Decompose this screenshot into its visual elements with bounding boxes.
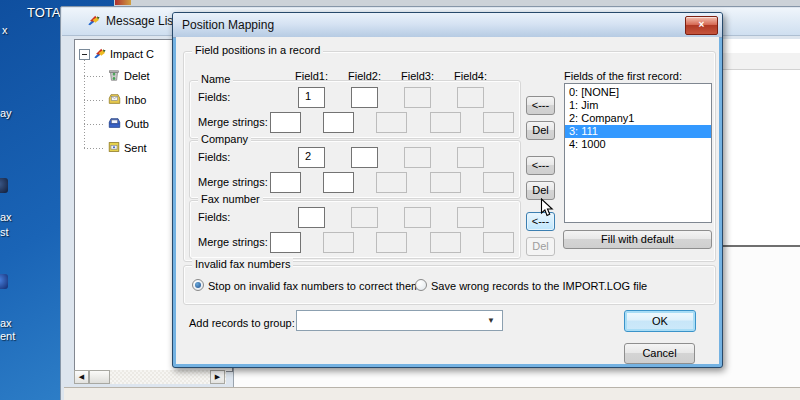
name-row-group: Name Fields: 1 Merge strings: — [189, 80, 521, 139]
row-label: Name — [198, 73, 233, 85]
list-item[interactable]: 4: 1000 — [565, 138, 711, 151]
fields-label: Fields: — [198, 151, 230, 163]
radio-label[interactable]: Save wrong records to the IMPORT.LOG fil… — [431, 280, 647, 292]
radio-stop-on-invalid[interactable] — [192, 279, 204, 291]
close-icon[interactable]: × — [685, 16, 718, 35]
radio-dot-icon — [195, 282, 201, 288]
merge-strings-label: Merge strings: — [198, 116, 268, 128]
dialog-body: Field positions in a record Field1: Fiel… — [176, 37, 719, 364]
chevron-down-icon: ▼ — [487, 316, 495, 325]
row-label: Company — [198, 133, 251, 145]
desktop: TOTAL x ay ax st ax ent Message List — [0, 0, 800, 400]
fields-label: Fields: — [198, 211, 230, 223]
tree-connector — [84, 54, 85, 148]
field-input[interactable] — [351, 87, 378, 108]
merge-input[interactable] — [323, 172, 354, 193]
app-bird-icon — [86, 13, 101, 29]
merge-input — [376, 172, 407, 193]
list-item[interactable]: 0: [NONE] — [565, 86, 711, 99]
field-input[interactable] — [351, 147, 378, 168]
tree-item-inbox[interactable]: Inbo — [107, 92, 146, 108]
first-record-label: Fields of the first record: — [564, 70, 682, 82]
horizontal-scrollbar[interactable]: ◀ ▶ — [74, 370, 226, 384]
merge-input — [430, 112, 461, 133]
fields-label: Fields: — [198, 91, 230, 103]
status-bar — [64, 387, 800, 400]
window-title: Message List — [106, 14, 177, 28]
row-label: Fax number — [198, 193, 263, 205]
field-input[interactable] — [298, 207, 325, 228]
merge-input[interactable] — [270, 172, 301, 193]
delete-field-button[interactable]: Del — [526, 121, 555, 140]
scroll-right-button[interactable]: ▶ — [210, 370, 225, 384]
merge-input — [430, 172, 461, 193]
tree-item-deleted[interactable]: Delet — [107, 68, 150, 84]
dialog-titlebar[interactable]: Position Mapping × — [173, 13, 722, 38]
tree-collapse-toggle[interactable] — [79, 49, 90, 60]
merge-input — [430, 232, 461, 253]
background-window-icon — [115, 0, 131, 5]
field-input[interactable]: 2 — [298, 147, 325, 168]
radio-save-wrong-records[interactable] — [415, 279, 427, 291]
delete-field-button-disabled: Del — [526, 237, 555, 256]
merge-strings-label: Merge strings: — [198, 176, 268, 188]
assign-field-button[interactable]: <--- — [526, 156, 555, 175]
cancel-button[interactable]: Cancel — [624, 343, 695, 364]
recycle-bin-icon — [107, 68, 121, 84]
desktop-icon[interactable] — [0, 274, 8, 289]
group-label: Invalid fax numbers — [192, 258, 293, 270]
fill-with-default-button[interactable]: Fill with default — [563, 230, 712, 249]
company-row-group: Company Fields: 2 Merge strings: — [189, 140, 521, 199]
tree-item-outbox[interactable]: Outb — [107, 116, 149, 132]
tree-root-label: Impact C — [110, 48, 154, 60]
merge-strings-label: Merge strings: — [198, 236, 268, 248]
tree-root-item[interactable]: Impact C — [92, 46, 154, 62]
app-bird-icon — [92, 46, 107, 62]
fax-number-row-group: Fax number Fields: Merge strings: — [189, 200, 521, 259]
minus-icon — [82, 54, 87, 55]
field-input — [404, 87, 431, 108]
desktop-icon[interactable] — [0, 178, 8, 193]
merge-input — [376, 112, 407, 133]
assign-field-button[interactable]: <--- — [526, 96, 555, 115]
merge-input — [483, 112, 514, 133]
merge-input — [323, 232, 354, 253]
merge-input[interactable] — [270, 112, 301, 133]
scrollbar-thumb[interactable] — [89, 370, 110, 384]
add-records-combobox[interactable]: ▼ — [296, 310, 503, 331]
desktop-label-fragment: ay — [0, 107, 12, 119]
tree-item-label: Sent — [124, 142, 147, 154]
desktop-label-fragment: ax — [0, 317, 12, 329]
field-input — [457, 207, 484, 228]
list-item[interactable]: 2: Company1 — [565, 112, 711, 125]
tree-connector — [84, 76, 104, 77]
first-record-listbox[interactable]: 0: [NONE] 1: Jim 2: Company1 3: 111 4: 1… — [564, 83, 712, 223]
add-records-label: Add records to group: — [189, 317, 295, 329]
field-input — [404, 147, 431, 168]
tree-connector — [84, 100, 104, 101]
field-input — [457, 147, 484, 168]
field-input[interactable]: 1 — [298, 87, 325, 108]
desktop-label-fragment: ax — [0, 211, 12, 223]
group-label: Field positions in a record — [192, 44, 323, 56]
tree-item-label: Delet — [124, 70, 150, 82]
tree-item-sent[interactable]: Sent — [107, 140, 147, 156]
merge-input — [376, 232, 407, 253]
invalid-fax-group: Invalid fax numbers Stop on invalid fax … — [183, 265, 716, 305]
tree-item-label: Outb — [125, 118, 149, 130]
list-item[interactable]: 1: Jim — [565, 99, 711, 112]
ok-button[interactable]: OK — [624, 310, 696, 332]
inbox-icon — [107, 92, 122, 108]
merge-input — [483, 172, 514, 193]
merge-input[interactable] — [323, 112, 354, 133]
merge-input[interactable] — [270, 232, 301, 253]
sent-box-icon — [107, 140, 121, 156]
outbox-icon — [107, 116, 122, 132]
dialog-title: Position Mapping — [182, 18, 274, 32]
field-input — [457, 87, 484, 108]
field-input — [404, 207, 431, 228]
desktop-label-fragment: st — [0, 226, 9, 238]
scroll-left-button[interactable]: ◀ — [74, 370, 89, 384]
radio-label[interactable]: Stop on invalid fax numbers to correct t… — [208, 280, 420, 292]
list-item-selected[interactable]: 3: 111 — [565, 125, 711, 138]
